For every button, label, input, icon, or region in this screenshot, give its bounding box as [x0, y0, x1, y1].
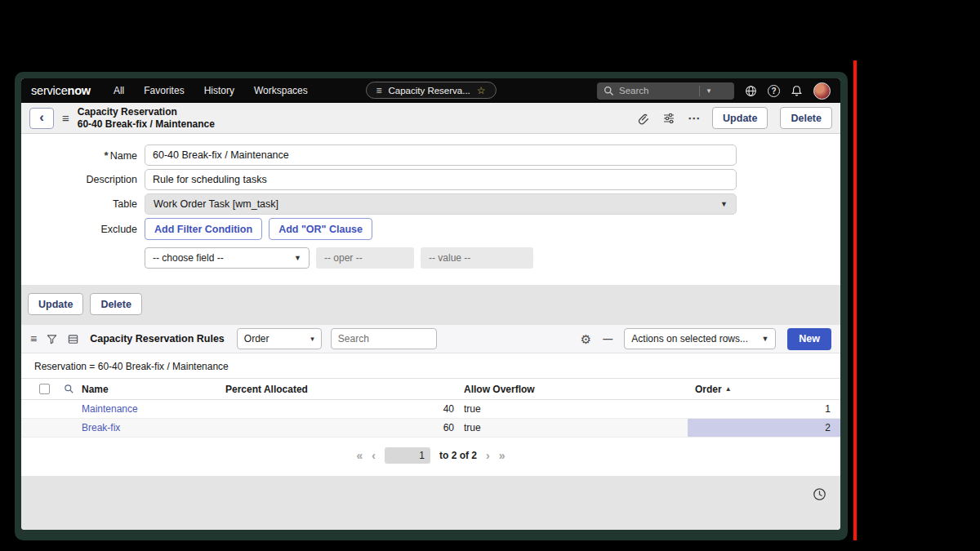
list-menu-icon[interactable]: ≡ — [30, 332, 37, 345]
name-field-row: *Name — [29, 144, 840, 166]
list-filter-funnel-icon[interactable] — [46, 333, 58, 345]
more-options-icon[interactable]: ⋯ — [688, 111, 700, 126]
related-list-title: Capacity Reservation Rules — [90, 333, 225, 344]
previous-page-icon[interactable]: ‹ — [372, 450, 376, 461]
description-label: Description — [29, 174, 137, 185]
primary-nav: All Favorites History Workspaces — [114, 85, 308, 96]
list-header-row: Name Percent Allocated Allow Overflow Or… — [21, 378, 840, 400]
desktop-background: servicenow All Favorites History Workspa… — [0, 0, 980, 551]
row-order-value[interactable]: 1 — [688, 400, 840, 418]
row-percent-value: 40 — [204, 403, 457, 415]
list-breadcrumb[interactable]: Reservation = 60-40 Break-fix / Maintena… — [21, 353, 840, 378]
record-type: Capacity Reservation — [78, 106, 215, 118]
menu-icon: ≡ — [376, 85, 381, 96]
select-all-checkbox[interactable] — [39, 384, 50, 394]
table-row[interactable]: Maintenance 40 true 1 — [21, 400, 840, 419]
delete-button-bottom[interactable]: Delete — [90, 293, 142, 315]
table-row[interactable]: Break-fix 60 true 2 — [21, 419, 840, 438]
list-search-input[interactable] — [331, 328, 437, 349]
personalize-form-sliders-icon[interactable] — [662, 112, 675, 125]
form-footer-area: Update Delete ≡ Capacity Reservation Rul… — [21, 285, 840, 530]
column-header-order[interactable]: Order ▲ — [688, 384, 840, 395]
servicenow-app: servicenow All Favorites History Workspa… — [21, 78, 840, 530]
select-all-cell — [21, 384, 57, 394]
operator-select: -- oper -- — [316, 247, 414, 269]
favorite-star-icon[interactable]: ☆ — [477, 85, 486, 96]
form-footer-actions: Update Delete — [21, 285, 840, 315]
browser-window: servicenow All Favorites History Workspa… — [15, 72, 848, 540]
context-pill[interactable]: ≡ Capacity Reserva... ☆ — [365, 82, 496, 99]
global-search-input[interactable] — [614, 86, 699, 96]
global-search[interactable]: ▾ — [597, 82, 734, 100]
chevron-down-icon: ▼ — [761, 335, 768, 343]
chevron-down-icon: ▼ — [720, 200, 728, 208]
row-name-link[interactable]: Break-fix — [80, 422, 204, 433]
nav-item-all[interactable]: All — [114, 85, 124, 96]
collapse-list-icon[interactable]: — — [603, 333, 612, 344]
globe-icon[interactable] — [745, 85, 757, 97]
row-name-link[interactable]: Maintenance — [80, 403, 204, 415]
last-page-icon[interactable]: » — [499, 450, 506, 461]
pagination-summary: to 2 of 2 — [439, 450, 477, 461]
sort-field-select[interactable]: Order ▾ — [237, 328, 322, 349]
column-header-allow-overflow[interactable]: Allow Overflow — [457, 384, 688, 395]
table-select-value: Work Order Task [wm_task] — [154, 198, 278, 210]
gear-icon[interactable]: ⚙ — [581, 333, 591, 345]
logo-now-text: now — [68, 84, 91, 97]
list-layout-icon[interactable] — [67, 333, 79, 345]
back-chevron-icon: ‹ — [39, 110, 44, 124]
chevron-down-icon: ▾ — [310, 335, 314, 343]
row-order-value-selected[interactable]: 2 — [688, 419, 840, 437]
update-button[interactable]: Update — [712, 107, 768, 129]
top-navigation: servicenow All Favorites History Workspa… — [21, 78, 840, 103]
row-overflow-value: true — [457, 422, 688, 433]
nav-item-favorites[interactable]: Favorites — [144, 85, 184, 96]
nav-right-cluster: ▾ ? — [597, 82, 831, 100]
nav-item-history[interactable]: History — [204, 85, 234, 96]
sort-ascending-icon: ▲ — [725, 385, 732, 393]
sort-field-value: Order — [244, 333, 270, 344]
column-header-percent-allocated[interactable]: Percent Allocated — [204, 384, 457, 395]
table-select[interactable]: Work Order Task [wm_task] ▼ — [145, 193, 737, 215]
record-name: 60-40 Break-fix / Maintenance — [78, 118, 215, 131]
context-pill-label: Capacity Reserva... — [388, 86, 470, 96]
chevron-down-icon: ▼ — [294, 254, 301, 262]
notifications-bell-icon[interactable] — [791, 85, 803, 97]
choose-field-select[interactable]: -- choose field -- ▼ — [145, 247, 310, 269]
description-input[interactable] — [145, 169, 737, 190]
form-header-actions: ⋯ Update Delete — [637, 107, 832, 129]
next-page-icon[interactable]: › — [486, 450, 490, 461]
name-label: *Name — [29, 149, 137, 162]
user-avatar[interactable] — [813, 82, 831, 100]
help-icon[interactable]: ? — [768, 85, 780, 97]
row-percent-value: 60 — [204, 422, 457, 433]
actions-on-rows-select[interactable]: Actions on selected rows... ▼ — [624, 328, 776, 349]
delete-button[interactable]: Delete — [780, 107, 832, 129]
name-input[interactable] — [145, 144, 737, 166]
attachment-paperclip-icon[interactable] — [637, 112, 650, 125]
back-button[interactable]: ‹ — [29, 108, 54, 129]
response-time-clock-icon[interactable] — [813, 487, 826, 504]
update-button-bottom[interactable]: Update — [28, 293, 83, 315]
page-footer — [21, 476, 840, 530]
add-or-clause-button[interactable]: Add "OR" Clause — [269, 218, 372, 240]
description-field-row: Description — [29, 169, 840, 190]
column-header-name[interactable]: Name — [80, 384, 204, 395]
record-form: *Name Description Table Work Order Task … — [21, 134, 840, 285]
add-filter-condition-button[interactable]: Add Filter Condition — [145, 218, 262, 240]
current-row-input[interactable]: 1 — [385, 447, 430, 464]
table-field-row: Table Work Order Task [wm_task] ▼ — [29, 193, 840, 215]
list-pagination: « ‹ 1 to 2 of 2 › » — [21, 438, 840, 476]
servicenow-logo[interactable]: servicenow — [31, 84, 91, 97]
filter-condition-row: -- choose field -- ▼ -- oper -- -- value… — [29, 247, 840, 269]
table-label: Table — [29, 198, 137, 210]
nav-item-workspaces[interactable]: Workspaces — [254, 85, 308, 96]
column-search-cell — [57, 384, 80, 394]
required-marker-icon: * — [105, 149, 109, 162]
first-page-icon[interactable]: « — [357, 450, 363, 461]
form-context-menu-icon[interactable]: ≡ — [62, 111, 69, 125]
search-icon[interactable] — [64, 384, 74, 394]
search-scope-caret-icon[interactable]: ▾ — [700, 87, 718, 95]
exclude-label: Exclude — [29, 224, 137, 235]
new-button[interactable]: New — [787, 328, 831, 350]
